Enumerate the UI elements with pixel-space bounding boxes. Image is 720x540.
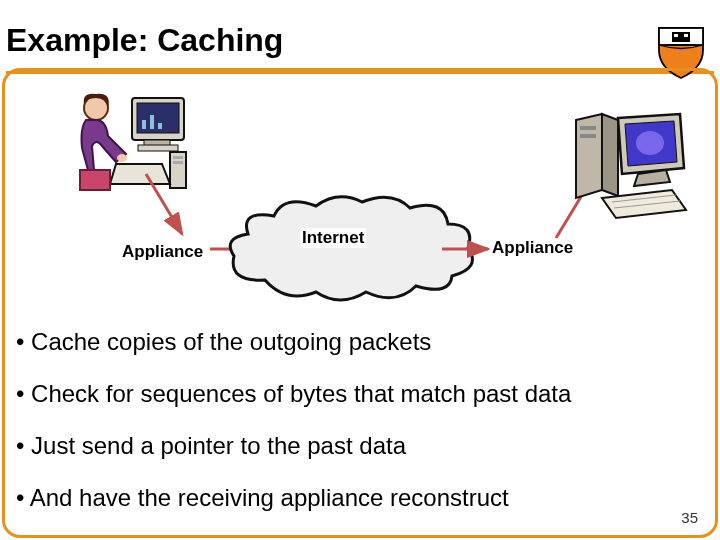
- svg-rect-6: [142, 120, 146, 129]
- title-bar: Example: Caching: [4, 10, 716, 70]
- svg-rect-21: [580, 134, 596, 138]
- bullet-item: • And have the receiving appliance recon…: [16, 484, 704, 512]
- svg-point-15: [117, 154, 127, 162]
- svg-rect-13: [173, 161, 183, 164]
- appliance-left-label: Appliance: [120, 242, 205, 262]
- bullet-item: • Check for sequences of bytes that matc…: [16, 380, 704, 408]
- appliance-right-label: Appliance: [490, 238, 575, 258]
- bullet-item: • Just send a pointer to the past data: [16, 432, 704, 460]
- svg-rect-8: [158, 123, 162, 129]
- princeton-shield-icon: [656, 24, 706, 84]
- svg-rect-3: [684, 34, 688, 37]
- svg-point-22: [636, 131, 664, 155]
- diagram: Appliance Internet Appliance: [20, 90, 700, 310]
- arrow-cloud-to-right-appliance-icon: [438, 236, 498, 262]
- bullet-list: • Cache copies of the outgoing packets •…: [16, 328, 704, 536]
- page-number: 35: [681, 509, 698, 526]
- server-computer-icon: [570, 110, 690, 224]
- svg-rect-12: [173, 156, 183, 159]
- svg-rect-10: [138, 145, 178, 151]
- svg-rect-7: [150, 115, 154, 129]
- internet-label: Internet: [300, 228, 366, 248]
- title-underline: [6, 71, 714, 74]
- bullet-item: • Cache copies of the outgoing packets: [16, 328, 704, 356]
- svg-rect-20: [580, 126, 596, 130]
- slide-title: Example: Caching: [6, 22, 283, 59]
- arrow-client-to-appliance-icon: [140, 168, 200, 248]
- svg-rect-2: [674, 34, 678, 37]
- svg-line-16: [146, 174, 182, 234]
